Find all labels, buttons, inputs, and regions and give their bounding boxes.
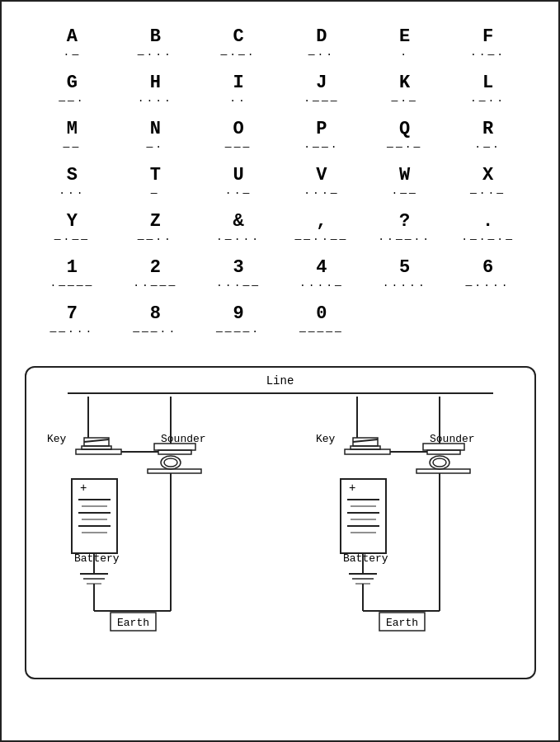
- morse-code: ···—: [285, 187, 359, 200]
- svg-rect-44: [416, 469, 470, 473]
- morse-row: 7——···8———··9————·0—————: [31, 303, 529, 338]
- morse-code: ·—: [35, 49, 109, 61]
- morse-code: —: [118, 187, 192, 200]
- morse-code: —··—: [451, 187, 525, 200]
- morse-letter: N: [118, 119, 192, 139]
- svg-text:+: +: [349, 481, 355, 495]
- morse-code: ···——: [201, 279, 275, 292]
- morse-cell: [451, 303, 525, 317]
- morse-code: ··—: [201, 187, 275, 200]
- morse-letter: 8: [118, 303, 192, 324]
- svg-text:Earth: Earth: [117, 617, 149, 629]
- morse-code: ——···: [35, 326, 109, 338]
- morse-letter: V: [285, 165, 359, 186]
- morse-letter: R: [451, 119, 525, 139]
- morse-cell: T—: [118, 165, 192, 200]
- morse-letter: 2: [118, 257, 192, 278]
- morse-cell: 8———··: [118, 303, 192, 338]
- morse-cell: P·——·: [285, 119, 359, 153]
- morse-cell: 4····—: [285, 257, 359, 292]
- morse-code: ———: [201, 141, 275, 153]
- morse-cell: 2··———: [118, 257, 192, 292]
- morse-code: ·——·: [285, 141, 359, 153]
- morse-cell: 9————·: [201, 303, 275, 338]
- morse-code: ·——: [368, 187, 442, 200]
- left-station-svg: Key Sounder: [39, 397, 253, 660]
- morse-letter: G: [35, 73, 109, 93]
- morse-cell: N—·: [118, 119, 192, 153]
- morse-code: ··: [201, 95, 275, 107]
- svg-rect-12: [148, 469, 201, 473]
- morse-cell: L·—··: [451, 73, 525, 107]
- morse-code: —····: [451, 279, 525, 292]
- morse-cell: 3···——: [201, 257, 275, 292]
- morse-code: ——·—: [368, 141, 442, 153]
- morse-letter: C: [201, 26, 275, 47]
- morse-code: ·————: [35, 279, 109, 292]
- morse-cell: H····: [118, 73, 192, 107]
- svg-rect-37: [345, 449, 390, 454]
- morse-code: ·———: [285, 95, 359, 107]
- morse-code: ·: [368, 49, 442, 61]
- morse-letter: T: [118, 165, 192, 186]
- morse-code: [451, 305, 525, 317]
- morse-letter: D: [285, 26, 359, 47]
- morse-letter: U: [201, 165, 275, 186]
- page: A·—B—···C—·—·D—··E·F··—·G——·H····I··J·——…: [0, 0, 560, 742]
- morse-letter: 5: [368, 257, 442, 278]
- morse-letter: .: [451, 211, 525, 232]
- morse-letter: W: [368, 165, 442, 186]
- morse-letter: Q: [368, 119, 442, 139]
- svg-rect-45: [341, 479, 386, 553]
- morse-letter: 4: [285, 257, 359, 278]
- morse-cell: M——: [35, 119, 109, 153]
- morse-cell: C—·—·: [201, 26, 275, 61]
- morse-letter: F: [451, 26, 525, 47]
- morse-letter: &: [201, 211, 275, 232]
- morse-code: ····: [118, 95, 192, 107]
- morse-code: ————·: [201, 326, 275, 338]
- morse-cell: A·—: [35, 26, 109, 61]
- svg-text:Earth: Earth: [386, 617, 418, 629]
- morse-code: —————: [285, 326, 359, 338]
- morse-code: —·—: [368, 95, 442, 107]
- morse-cell: 1·————: [35, 257, 109, 292]
- morse-letter: O: [201, 119, 275, 139]
- morse-cell: F··—·: [451, 26, 525, 61]
- line-label: Line: [266, 374, 294, 387]
- morse-cell: I··: [201, 73, 275, 107]
- morse-letter: 9: [201, 303, 275, 324]
- morse-cell: V···—: [285, 165, 359, 200]
- morse-letter: H: [118, 73, 192, 93]
- morse-letter: L: [451, 73, 525, 93]
- svg-point-43: [433, 458, 446, 467]
- morse-code: ··—·: [451, 49, 525, 61]
- morse-cell: J·———: [285, 73, 359, 107]
- morse-letter: A: [35, 26, 109, 47]
- morse-code: ——··——: [285, 233, 359, 246]
- morse-letter: 0: [285, 303, 359, 324]
- morse-code: ···: [35, 187, 109, 200]
- svg-rect-9: [158, 450, 191, 454]
- morse-cell: &·—···: [201, 211, 275, 246]
- morse-cell: .·—·—·—: [451, 211, 525, 246]
- morse-row: 1·————2··———3···——4····—5·····6—····: [31, 257, 529, 292]
- morse-row: Y—·——Z——··&·—···,——··——?··——··.·—·—·—: [31, 211, 529, 246]
- morse-cell: W·——: [368, 165, 442, 200]
- morse-cell: G——·: [35, 73, 109, 107]
- morse-code: ·—···: [201, 233, 275, 246]
- morse-letter: 3: [201, 257, 275, 278]
- morse-code: —·—·: [201, 49, 275, 61]
- morse-row: G——·H····I··J·———K—·—L·—··: [31, 73, 529, 107]
- morse-cell: Z——··: [118, 211, 192, 246]
- morse-cell: ?··——··: [368, 211, 442, 246]
- morse-code: [368, 305, 442, 317]
- morse-cell: E·: [368, 26, 442, 61]
- morse-code: ·—·: [451, 141, 525, 153]
- morse-code: —·——: [35, 233, 109, 246]
- morse-cell: O———: [201, 119, 275, 153]
- morse-letter: 7: [35, 303, 109, 324]
- morse-cell: [368, 303, 442, 317]
- morse-code: ··——··: [368, 233, 442, 246]
- svg-text:Battery: Battery: [74, 552, 120, 565]
